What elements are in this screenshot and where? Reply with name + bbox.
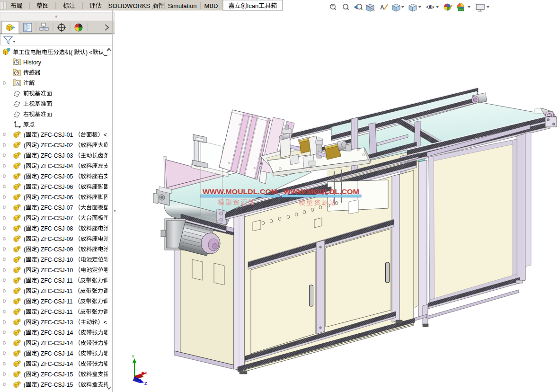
svg-text:(: ( <box>24 246 26 253</box>
svg-text:(: ( <box>24 350 26 357</box>
svg-text:) ZFC-CSJ-11: ) ZFC-CSJ-11 <box>37 298 73 305</box>
svg-text:(: ( <box>24 184 26 190</box>
svg-text:) ZFC-CSJ-11: ) ZFC-CSJ-11 <box>37 288 73 294</box>
svg-text:(: ( <box>24 257 26 263</box>
svg-text:(: ( <box>24 236 26 242</box>
svg-text:SOLIDWORKS: SOLIDWORKS <box>108 2 150 9</box>
svg-text:(: ( <box>24 163 26 169</box>
svg-text:) ZFC-CSJ-14: ) ZFC-CSJ-14 <box>37 361 73 367</box>
svg-text:) ZFC-CSJ-09: ) ZFC-CSJ-09 <box>37 236 73 242</box>
svg-text:) ZFC-CSJ-08: ) ZFC-CSJ-08 <box>37 225 73 232</box>
svg-text:(: ( <box>24 194 26 201</box>
svg-text:Simulation: Simulation <box>168 2 197 9</box>
svg-text:(: ( <box>24 309 26 315</box>
svg-text:(: ( <box>24 288 26 294</box>
svg-text:(: ( <box>24 225 26 232</box>
svg-text:) ZFC-CSJ-14: ) ZFC-CSJ-14 <box>37 340 73 347</box>
svg-text:(: ( <box>24 371 26 378</box>
svg-text:(: ( <box>24 152 26 159</box>
svg-text:) ZFC-CSJ-10: ) ZFC-CSJ-10 <box>37 257 73 263</box>
svg-text:(: ( <box>24 215 26 222</box>
svg-text:(: ( <box>24 142 26 149</box>
svg-text:) ZFC-CSJ-15: ) ZFC-CSJ-15 <box>37 371 73 378</box>
svg-text:X: X <box>144 371 147 375</box>
svg-text:MBD: MBD <box>204 2 218 9</box>
svg-text:Ican: Ican <box>247 2 259 9</box>
svg-text:A: A <box>16 81 19 86</box>
svg-text:History: History <box>23 59 42 66</box>
svg-text:Z: Z <box>144 381 147 386</box>
svg-text:_: _ <box>104 49 107 56</box>
svg-text:(: ( <box>24 173 26 180</box>
svg-text:) ZFC-CSJ-07: ) ZFC-CSJ-07 <box>37 205 73 211</box>
svg-text:) ZFC-CSJ-02: ) ZFC-CSJ-02 <box>37 142 73 149</box>
svg-text:(: ( <box>24 132 26 138</box>
svg-text:) ZFC-CSJ-09: ) ZFC-CSJ-09 <box>37 246 73 253</box>
svg-text:) ZFC-CSJ-15: ) ZFC-CSJ-15 <box>37 382 73 388</box>
svg-text:) ZFC-CSJ-04: ) ZFC-CSJ-04 <box>37 163 73 169</box>
svg-text:WWW.MOULDL.COM: WWW.MOULDL.COM <box>284 187 359 196</box>
svg-text:(: ( <box>24 330 26 336</box>
svg-text:) ZFC-CSJ-11: ) ZFC-CSJ-11 <box>37 277 73 284</box>
svg-text:(: ( <box>24 267 26 274</box>
svg-text:(: ( <box>24 298 26 305</box>
svg-text:) ZFC-CSJ-07: ) ZFC-CSJ-07 <box>37 215 73 222</box>
svg-text:(: ( <box>24 382 26 388</box>
svg-text:) ZFC-CSJ-06: ) ZFC-CSJ-06 <box>37 194 73 201</box>
svg-text:) ZFC-CSJ-13: ) ZFC-CSJ-13 <box>37 319 73 326</box>
svg-text:) ZFC-CSJ-01: ) ZFC-CSJ-01 <box>37 132 73 138</box>
svg-text:) ZFC-CSJ-14: ) ZFC-CSJ-14 <box>37 350 73 357</box>
svg-text:) ZFC-CSJ-05: ) ZFC-CSJ-05 <box>37 173 73 180</box>
svg-text:(: ( <box>24 205 26 211</box>
svg-text:WWW.MOULDL.COM: WWW.MOULDL.COM <box>203 187 277 196</box>
svg-text:A: A <box>380 4 384 11</box>
svg-text:) ZFC-CSJ-03: ) ZFC-CSJ-03 <box>37 152 73 159</box>
svg-text:) <: ) < <box>86 49 93 56</box>
svg-text:Y: Y <box>132 354 134 359</box>
svg-text:) ZFC-CSJ-11: ) ZFC-CSJ-11 <box>37 309 73 315</box>
svg-text:(: ( <box>24 277 26 284</box>
svg-text:) ZFC-CSJ-14: ) ZFC-CSJ-14 <box>37 330 73 336</box>
svg-text:) ZFC-CSJ-06: ) ZFC-CSJ-06 <box>37 184 73 190</box>
svg-text:(: ( <box>24 340 26 347</box>
svg-text:(: ( <box>24 319 26 326</box>
svg-text:(: ( <box>24 361 26 367</box>
svg-text:) ZFC-CSJ-10: ) ZFC-CSJ-10 <box>37 267 73 274</box>
svg-text:(: ( <box>71 49 72 56</box>
